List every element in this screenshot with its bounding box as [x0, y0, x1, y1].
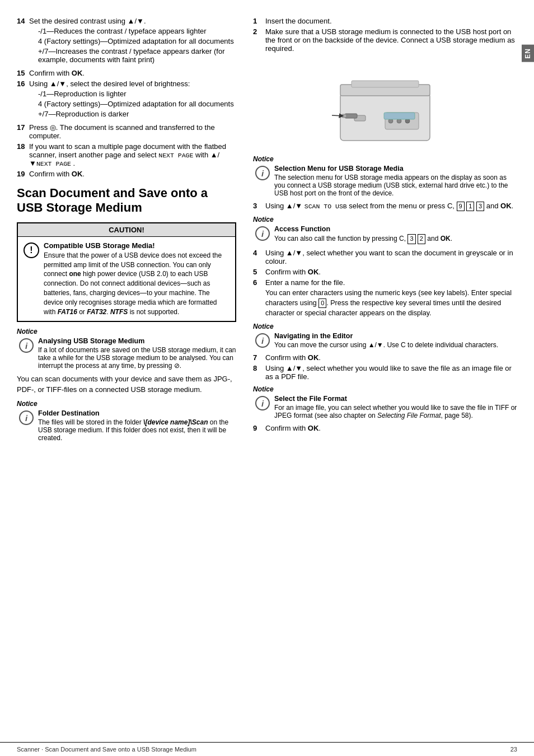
notice-format-title: Select the File Format: [274, 395, 517, 403]
device-svg: [324, 59, 447, 149]
notice-folder-icon: i: [19, 410, 34, 425]
step-15-num: 15: [17, 69, 29, 77]
step-4-num: 4: [253, 249, 265, 257]
step-18-text-post: .: [71, 159, 75, 167]
step-1-num: 1: [253, 17, 265, 25]
svg-line-11: [332, 115, 343, 116]
notice-analyse: Notice i Analysing USB Storage Medium If…: [17, 328, 236, 370]
step-9-text: Confirm with: [265, 424, 308, 432]
step-3-content: Using ▲/▼ SCAN TO USB select from the me…: [265, 202, 517, 211]
notice-nav-text: Navigating in the Editor You can move th…: [274, 332, 517, 349]
caution-box: CAUTION! ! Compatible USB Storage Media!…: [17, 222, 236, 323]
step-6-body: You can enter characters using the numer…: [253, 288, 517, 319]
en-tab: EN: [522, 45, 534, 62]
step-9-num: 9: [253, 424, 265, 432]
step-15-text: Confirm with: [29, 69, 72, 77]
step-7-ok: OK: [308, 353, 319, 362]
svg-rect-10: [384, 113, 415, 119]
notice-access-label: Notice: [253, 216, 517, 223]
notice-nav-inner: i Navigating in the Editor You can move …: [253, 332, 517, 349]
step-14-num: 14: [17, 17, 29, 25]
step-7: 7 Confirm with OK.: [253, 353, 517, 362]
step-17-num: 17: [17, 123, 29, 132]
notice-nav-body: You can move the cursor using ▲/▼. Use C…: [274, 341, 517, 349]
step-9-ok: OK: [308, 424, 319, 432]
step-15: 15 Confirm with OK.: [17, 69, 236, 77]
notice-analyse-body: If a lot of documents are saved on the U…: [38, 346, 236, 370]
step-4: 4 Using ▲/▼, select whether you want to …: [253, 249, 517, 265]
step-15-content: Confirm with OK.: [29, 69, 236, 77]
step-18-content: If you want to scan a multiple page docu…: [29, 142, 236, 167]
svg-rect-2: [352, 81, 419, 87]
step-9: 9 Confirm with OK.: [253, 424, 517, 432]
device-image: [253, 59, 517, 151]
step-5-content: Confirm with OK.: [265, 268, 517, 276]
step-16-content: Using ▲/▼, select the desired level of b…: [29, 80, 236, 120]
notice-nav-title: Navigating in the Editor: [274, 332, 517, 340]
step-7-content: Confirm with OK.: [265, 353, 517, 362]
step-3-key-1: 1: [466, 202, 474, 211]
notice-folder-label: Notice: [17, 400, 236, 408]
notice-access-body: You can also call the function by pressi…: [274, 234, 517, 244]
caution-body-text: Ensure that the power of a USB device do…: [44, 251, 229, 317]
step-4-content: Using ▲/▼, select whether you want to sc…: [265, 249, 517, 265]
step-14-text: Set the desired contrast using ▲/▼.: [29, 17, 146, 25]
caution-body: ! Compatible USB Storage Media! Ensure t…: [18, 237, 235, 321]
step-17-content: Press ◎. The document is scanned and tra…: [29, 123, 236, 140]
right-column: EN 1 Insert the document. 2 Make sure th…: [246, 11, 534, 742]
notice-folder: Notice i Folder Destination The files wi…: [17, 400, 236, 442]
access-key-3: 3: [407, 234, 415, 244]
step-3-mono: SCAN TO USB: [305, 203, 347, 210]
zero-key: 0: [318, 298, 326, 308]
step-16-sub2: 4 (Factory settings)—Optimized adaptatio…: [29, 100, 236, 108]
step-19-num: 19: [17, 170, 29, 178]
step-8: 8 Using ▲/▼, select whether you would li…: [253, 364, 517, 381]
notice-nav-label: Notice: [253, 323, 517, 330]
step-1-content: Insert the document.: [265, 17, 517, 25]
notice-format-text: Select the File Format For an image file…: [274, 395, 517, 419]
notice-folder-path: \[device name]\Scan: [143, 418, 208, 426]
step-18: 18 If you want to scan a multiple page d…: [17, 142, 236, 167]
caution-header: CAUTION!: [18, 223, 235, 237]
notice-analyse-text: Analysing USB Storage Medium If a lot of…: [38, 337, 236, 370]
access-key-2: 2: [418, 234, 425, 244]
notice-selection-title: Selection Menu for USB Storage Media: [274, 165, 517, 172]
step-2-content: Make sure that a USB storage medium is c…: [265, 27, 517, 53]
step-14-sub1: -/1—Reduces the contrast / typeface appe…: [29, 27, 236, 35]
step-7-num: 7: [253, 353, 265, 362]
step-7-text: Confirm with: [265, 353, 308, 362]
step-17: 17 Press ◎. The document is scanned and …: [17, 123, 236, 140]
notice-selection-label: Notice: [253, 155, 517, 163]
step-5-num: 5: [253, 268, 265, 276]
notice-selection: Notice i Selection Menu for USB Storage …: [253, 155, 517, 197]
footer-right: 23: [510, 746, 517, 753]
step-5-ok: OK: [308, 268, 319, 276]
footer-left: Scanner · Scan Document and Save onto a …: [17, 746, 196, 753]
notice-selection-icon: i: [255, 166, 270, 180]
step-14-sub2: 4 (Factory settings)—Optimized adaptatio…: [29, 37, 236, 45]
notice-folder-title: Folder Destination: [38, 409, 236, 417]
notice-access-inner: i Access Function You can also call the …: [253, 225, 517, 244]
step-16-text: Using ▲/▼, select the desired level of b…: [29, 80, 190, 88]
step-16-sub1: -/1—Reproduction is lighter: [29, 90, 236, 98]
step-16-num: 16: [17, 80, 29, 88]
step-14-content: Set the desired contrast using ▲/▼. -/1—…: [29, 17, 236, 66]
step-2: 2 Make sure that a USB storage medium is…: [253, 27, 517, 53]
notice-access: Notice i Access Function You can also ca…: [253, 216, 517, 244]
step-14: 14 Set the desired contrast using ▲/▼. -…: [17, 17, 236, 66]
caution-text: Compatible USB Storage Media! Ensure tha…: [44, 241, 229, 317]
notice-selection-inner: i Selection Menu for USB Storage Media T…: [253, 165, 517, 197]
notice-analyse-inner: i Analysing USB Storage Medium If a lot …: [17, 337, 236, 370]
step-2-num: 2: [253, 27, 265, 36]
notice-access-icon: i: [255, 226, 270, 241]
step-3-num: 3: [253, 202, 265, 210]
step-6-num: 6: [253, 278, 265, 287]
notice-folder-text: Folder Destination The files will be sto…: [38, 409, 236, 442]
step-1: 1 Insert the document.: [253, 17, 517, 25]
notice-folder-body-pre: The files will be stored in the folder: [38, 418, 143, 426]
step-5: 5 Confirm with OK.: [253, 268, 517, 276]
page: 14 Set the desired contrast using ▲/▼. -…: [0, 0, 534, 756]
notice-analyse-title: Analysing USB Storage Medium: [38, 337, 236, 345]
section-title: Scan Document and Save onto a USB Storag…: [17, 186, 236, 216]
notice-format-icon: i: [255, 396, 270, 410]
